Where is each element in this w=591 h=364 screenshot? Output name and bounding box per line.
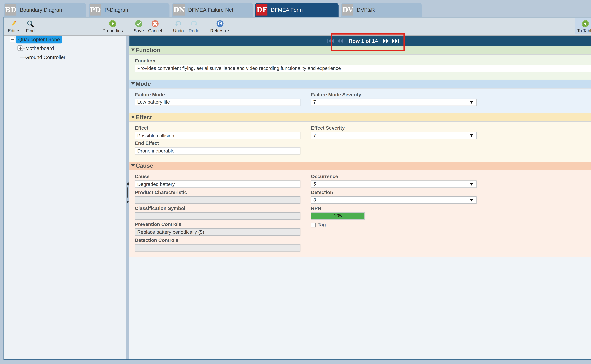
refresh-button[interactable]: Refresh	[209, 18, 231, 34]
classification-symbol-label: Classification Symbol	[135, 206, 301, 211]
to-table-button[interactable]: To Table	[575, 18, 591, 34]
function-input[interactable]	[135, 65, 591, 72]
save-button[interactable]: Save	[131, 18, 147, 34]
tab-label: P-Diagram	[105, 7, 130, 13]
cause-section-body: Cause Product Characteristic Classificat…	[129, 170, 591, 257]
edit-button[interactable]: Edit	[5, 18, 22, 34]
save-button-label: Save	[134, 28, 144, 33]
cancel-x-icon	[151, 19, 159, 28]
section-title: Mode	[136, 80, 151, 87]
cause-section-header[interactable]: Cause	[129, 162, 591, 170]
redo-arrow-icon	[190, 19, 198, 28]
tree-connector-line	[20, 57, 25, 57]
to-table-button-label: To Table	[577, 28, 591, 33]
dfmea-failure-net-icon: DN	[173, 4, 185, 15]
tab-label: DFMEA Form	[271, 7, 303, 13]
rpn-label: RPN	[311, 206, 477, 211]
section-title: Function	[136, 46, 160, 53]
collapse-arrow-icon	[131, 82, 135, 85]
collapse-arrow-icon	[131, 116, 135, 118]
tab-label: DFMEA Failure Net	[188, 7, 233, 13]
dropdown-caret-icon	[17, 30, 19, 31]
toolbar: Edit Find Properties	[4, 18, 591, 36]
app-root: BD Boundary Diagram PD P-Diagram DN DFME…	[0, 0, 591, 364]
select-value: 7	[313, 133, 316, 138]
detection-controls-label: Detection Controls	[135, 238, 301, 243]
dvpr-icon: DV	[342, 4, 353, 15]
collapse-right-icon[interactable]	[127, 200, 129, 203]
collapse-left-icon[interactable]	[126, 182, 129, 186]
occurrence-select[interactable]: 5	[311, 181, 477, 188]
mode-section-header[interactable]: Mode	[129, 79, 591, 87]
dfmea-form-panel: Row 1 of 14 Function Func	[129, 36, 591, 359]
tree-item-motherboard[interactable]: Motherboard	[25, 45, 54, 51]
effect-label: Effect	[135, 126, 301, 131]
prevention-controls-input	[135, 228, 301, 236]
chevron-down-icon	[470, 199, 473, 202]
cancel-button[interactable]: Cancel	[147, 18, 164, 34]
tab-p-diagram[interactable]: PD P-Diagram	[89, 3, 169, 17]
undo-button-label: Undo	[173, 28, 184, 33]
tree-item-quadcopter-drone[interactable]: Quadcopter Drone	[16, 36, 62, 44]
effect-section-body: Effect End Effect Effect Severity 7	[129, 121, 591, 162]
end-effect-label: End Effect	[135, 141, 301, 146]
occurrence-label: Occurrence	[311, 174, 477, 179]
cause-input[interactable]	[135, 181, 301, 188]
effect-section-header[interactable]: Effect	[129, 113, 591, 121]
annotation-highlight-box	[331, 33, 405, 51]
failure-mode-severity-label: Failure Mode Severity	[311, 92, 477, 97]
app-window: Edit Find Properties	[4, 17, 591, 360]
chevron-down-icon	[470, 101, 473, 103]
edit-button-label: Edit	[8, 28, 19, 33]
tab-dfmea-failure-net[interactable]: DN DFMEA Failure Net	[172, 3, 253, 17]
select-value: 7	[313, 99, 316, 104]
tab-label: Boundary Diagram	[20, 7, 64, 13]
dfmea-form-icon: DF	[256, 4, 267, 15]
failure-mode-label: Failure Mode	[135, 92, 301, 97]
redo-button[interactable]: Redo	[186, 18, 202, 34]
tree-connector-line	[23, 48, 25, 48]
undo-button[interactable]: Undo	[171, 18, 186, 34]
tab-boundary-diagram[interactable]: BD Boundary Diagram	[4, 3, 86, 17]
tag-checkbox[interactable]	[311, 223, 316, 227]
mode-section-body: Failure Mode Failure Mode Severity 7	[129, 88, 591, 113]
tree-item-ground-controller[interactable]: Ground Controller	[25, 54, 66, 60]
tag-label: Tag	[318, 222, 326, 228]
splitter-grip[interactable]	[127, 188, 128, 198]
find-button[interactable]: Find	[23, 18, 38, 34]
tab-dfmea-form[interactable]: DF DFMEA Form	[255, 3, 339, 17]
chevron-down-icon	[470, 183, 473, 186]
rpn-value-bar: 105	[311, 212, 365, 220]
failure-mode-input[interactable]	[135, 98, 301, 106]
refresh-icon	[216, 19, 224, 28]
collapse-arrow-icon	[131, 48, 135, 51]
collapse-toggle-icon[interactable]	[10, 37, 15, 42]
tab-dvpr[interactable]: DV DVP&R	[341, 3, 422, 17]
to-table-back-icon	[582, 19, 589, 28]
tab-label: DVP&R	[357, 7, 375, 13]
end-effect-input[interactable]	[135, 147, 301, 154]
cancel-button-label: Cancel	[148, 28, 162, 33]
properties-button[interactable]: Properties	[102, 18, 124, 34]
effect-input[interactable]	[135, 132, 301, 139]
cause-label: Cause	[135, 174, 301, 179]
edit-pencil-icon	[10, 19, 18, 28]
expand-toggle-icon[interactable]	[18, 46, 23, 51]
failure-mode-severity-select[interactable]: 7	[311, 98, 477, 106]
function-label: Function	[135, 58, 591, 64]
boundary-diagram-icon: BD	[5, 4, 16, 15]
search-icon	[27, 19, 34, 28]
properties-arrow-icon	[109, 19, 117, 28]
hierarchy-tree-panel: Quadcopter Drone Motherboard Ground Cont…	[4, 36, 126, 359]
p-diagram-icon: PD	[90, 4, 101, 15]
panel-splitter[interactable]	[126, 36, 129, 359]
detection-label: Detection	[311, 190, 477, 195]
undo-arrow-icon	[175, 19, 182, 28]
detection-select[interactable]: 3	[311, 196, 477, 204]
refresh-button-label: Refresh	[210, 28, 230, 33]
prevention-controls-label: Prevention Controls	[135, 222, 301, 227]
save-check-icon	[135, 19, 143, 28]
product-characteristic-label: Product Characteristic	[135, 190, 301, 195]
effect-severity-select[interactable]: 7	[311, 132, 477, 139]
classification-symbol-input	[135, 212, 301, 220]
